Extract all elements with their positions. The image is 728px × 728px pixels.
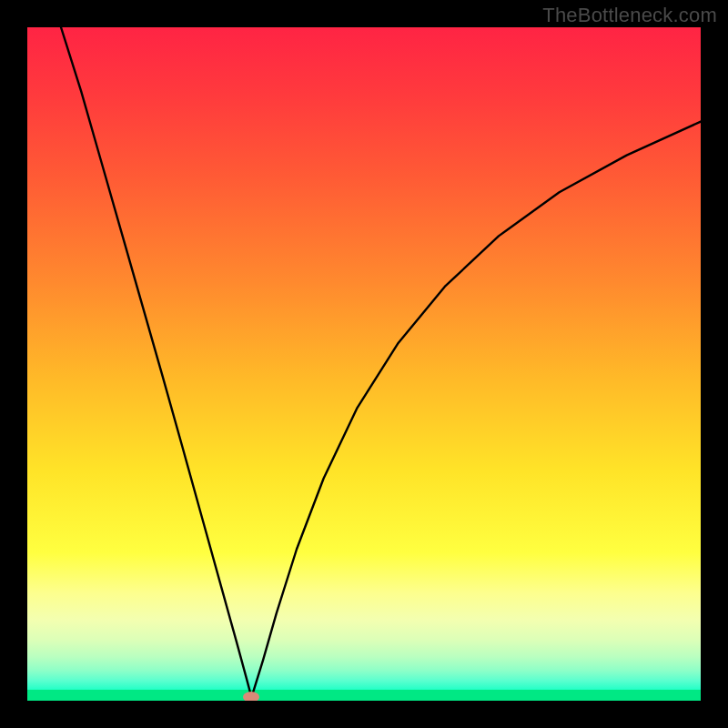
watermark-text: TheBottleneck.com: [542, 4, 717, 27]
curve-left-branch: [61, 27, 251, 697]
chart-frame: TheBottleneck.com: [0, 0, 728, 728]
minimum-marker-icon: [243, 692, 259, 701]
curve-right-branch: [251, 122, 701, 698]
plot-area: [27, 27, 701, 701]
bottleneck-curve-svg: [27, 27, 701, 701]
